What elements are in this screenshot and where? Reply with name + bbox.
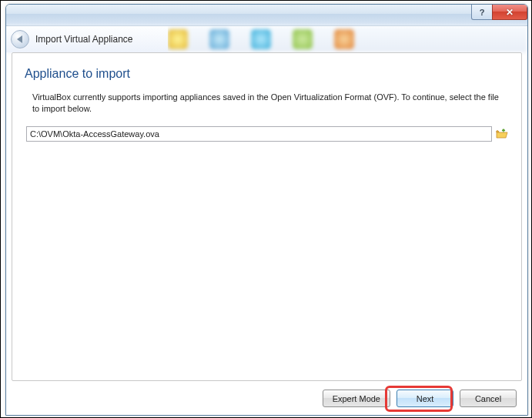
page-description: VirtualBox currently supports importing … (25, 92, 509, 115)
blurred-icon (251, 29, 271, 49)
next-button[interactable]: Next (396, 390, 453, 407)
wizard-content-panel: Appliance to import VirtualBox currently… (12, 52, 522, 381)
wizard-window: ? ✕ Import Virtual Appliance Appliance t… (5, 4, 528, 416)
blurred-icon (293, 29, 313, 49)
blurred-icon (168, 29, 188, 49)
expert-mode-button[interactable]: Expert Mode (323, 390, 390, 407)
page-heading: Appliance to import (25, 67, 509, 81)
window-titlebar: ? ✕ (6, 5, 527, 26)
file-selection-row (25, 126, 509, 142)
wizard-header-band: Import Virtual Appliance (6, 26, 168, 52)
wizard-title: Import Virtual Appliance (35, 34, 133, 45)
help-icon: ? (480, 8, 485, 17)
help-button[interactable]: ? (471, 5, 493, 20)
close-icon: ✕ (506, 7, 514, 18)
arrow-left-icon (17, 35, 22, 43)
close-button[interactable]: ✕ (492, 5, 527, 20)
blurred-icon (209, 29, 229, 49)
browse-file-button[interactable] (495, 127, 509, 141)
blurred-icon (334, 29, 354, 49)
back-button[interactable] (11, 30, 29, 48)
window-controls: ? ✕ (472, 5, 527, 20)
file-path-input[interactable] (26, 126, 492, 142)
folder-open-icon (496, 128, 508, 140)
screenshot-container: ? ✕ Import Virtual Appliance Appliance t… (0, 0, 532, 418)
cancel-button[interactable]: Cancel (460, 390, 517, 407)
wizard-button-bar: Expert Mode Next Cancel (323, 390, 517, 407)
